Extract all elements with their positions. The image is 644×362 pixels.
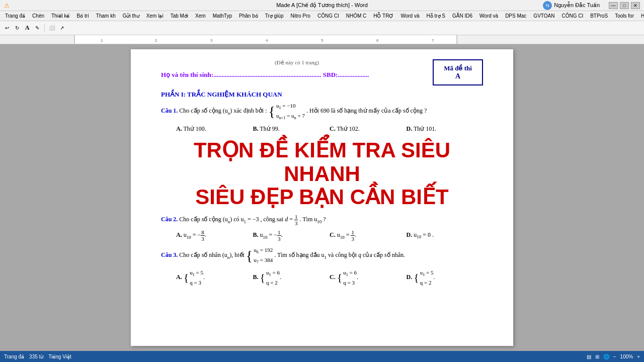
close-button[interactable]: ✕ xyxy=(631,2,640,9)
tab-trangdau[interactable]: Trang đầ xyxy=(2,12,28,20)
view-layout-icon[interactable]: ⊞ xyxy=(595,354,599,359)
undo-icon[interactable]: ↩ xyxy=(3,24,11,32)
tab-toolsfor[interactable]: Tools for xyxy=(612,12,637,20)
cau3b-system: { u1 = 6 q = 2 xyxy=(260,268,280,287)
cau2-opt-c: C. u10 = 13. xyxy=(330,229,407,242)
svg-text:6: 6 xyxy=(376,38,379,43)
page-note: (Đề này có 1 trang) xyxy=(161,59,433,66)
tab-botri[interactable]: Bố trí xyxy=(73,12,92,20)
ruler: 1 2 3 4 5 6 7 xyxy=(0,35,644,44)
svg-text:4: 4 xyxy=(266,38,268,43)
status-page: Trang đầ xyxy=(4,354,24,359)
tab-thamkh[interactable]: Tham kh xyxy=(93,12,119,20)
tab-wordva1[interactable]: Word và xyxy=(397,12,422,20)
brace3b-left: { xyxy=(260,272,266,283)
tab-dpsmac[interactable]: DPS Mac xyxy=(502,12,529,20)
tab-chen[interactable]: Chèn xyxy=(29,12,47,20)
tab-nitropro[interactable]: Nitro Pro xyxy=(287,12,313,20)
tab-phanbo[interactable]: Phân bố xyxy=(236,12,261,20)
arrow-icon[interactable]: ↗ xyxy=(58,24,66,32)
font-icon[interactable]: A xyxy=(23,24,31,32)
tab-mathtyp[interactable]: MathTyp xyxy=(210,12,235,20)
tab-ganid6[interactable]: GÃN ID6 xyxy=(449,12,475,20)
warn-icon: ⚠ xyxy=(4,2,10,9)
tab-btpros[interactable]: BTProS xyxy=(587,12,611,20)
tab-nhomc[interactable]: NHÓM C xyxy=(343,12,370,20)
document-page: (Đề này có 1 trang) Họ và tên thí sinh:.… xyxy=(131,49,513,346)
view-web-icon[interactable]: 🌐 xyxy=(603,354,609,359)
cau3-options: A. { u1 = 5 q = 3 . B. { u1 = 6 q = 2 xyxy=(161,268,483,287)
tab-guithu[interactable]: Gửi thư xyxy=(120,12,142,20)
title-text: Made A [Chế độ Tương thích] - Word xyxy=(276,2,368,9)
toolbar: ↩ ↻ A ✎ ⬜ ↗ xyxy=(0,21,644,35)
tab-wordva2[interactable]: Word và xyxy=(476,12,501,20)
brace3c-content: u1 = 6 q = 3 xyxy=(343,268,357,287)
cau2-opt-d: D. u10 = 0 . xyxy=(407,230,484,241)
zoom-level: 100% xyxy=(620,354,633,359)
cau1-opt-d: D. Thứ 101. xyxy=(407,124,484,134)
svg-text:3: 3 xyxy=(210,38,213,43)
frac-num: 1 xyxy=(294,214,298,220)
tab-hotro1[interactable]: HỖ TRỢ xyxy=(370,12,396,20)
svg-text:5: 5 xyxy=(321,38,324,43)
tab-gvtoan[interactable]: GVTOAN xyxy=(530,12,557,20)
cau3-opt-d: D. { u1 = 5 q = 2 . xyxy=(407,268,484,287)
cau1-opt-a: A. Thứ 100. xyxy=(176,124,253,134)
cau3-label: Câu 3. xyxy=(161,252,178,259)
cau2-opt-a: A. u10 = −83. xyxy=(176,229,253,242)
zoom-out-icon[interactable]: − xyxy=(613,354,616,359)
tab-thietke[interactable]: Thiết kế xyxy=(48,12,72,20)
ma-de-box: Mã đề thi A xyxy=(433,59,483,85)
document-area: (Đề này có 1 trang) Họ và tên thí sinh:.… xyxy=(0,44,644,351)
tab-xemlai[interactable]: Xem lại xyxy=(143,12,167,20)
brace3b-content: u1 = 6 q = 2 xyxy=(266,268,280,287)
cau2-options: A. u10 = −83. B. u10 = −13. C. u10 = 13.… xyxy=(161,229,483,242)
watermark: TRỌN ĐỀ KIỂM TRA SIÊU NHANH SIÊU ĐẸP BẠN… xyxy=(161,139,483,209)
frac-c: 13 xyxy=(351,229,355,242)
cau3-opt-c: C. { u1 = 6 q = 3 . xyxy=(330,268,407,287)
cau1-sys2: un+1 = un + 7 xyxy=(276,112,305,122)
cau3-sys1: u6 = 192 xyxy=(254,246,273,256)
brace3-left: { xyxy=(246,249,253,263)
cau3c-system: { u1 = 6 q = 3 xyxy=(337,268,357,287)
cau3-sys2: u7 = 384 xyxy=(254,256,273,266)
header-left: (Đề này có 1 trang) Họ và tên thí sinh:.… xyxy=(161,59,433,79)
cau3-question: Câu 3. Cho cấp số nhân (un), biết { u6 =… xyxy=(161,246,483,265)
color-icon[interactable]: ⬜ xyxy=(48,24,56,32)
ruler-svg: 1 2 3 4 5 6 7 xyxy=(0,35,644,44)
cau3-system: { u6 = 192 u7 = 384 xyxy=(246,246,273,265)
tab-trogiup[interactable]: Trợ giúp xyxy=(262,12,287,20)
tab-xem[interactable]: Xem xyxy=(192,12,209,20)
brace3a-left: { xyxy=(184,272,189,283)
frac-den: 3 xyxy=(294,220,298,226)
zoom-in-icon[interactable]: + xyxy=(637,354,640,359)
maximize-button[interactable]: □ xyxy=(620,2,629,9)
title-left: ⚠ xyxy=(4,2,10,9)
cau2-question: Câu 2. Cho cấp số cộng (un) có u1 = −3 ,… xyxy=(161,214,483,226)
cau3-opt-b: B. { u1 = 6 q = 2 . xyxy=(253,268,330,287)
cau1-label: Câu 1. xyxy=(161,107,178,114)
tab-hotros[interactable]: Hỗ trợ S xyxy=(423,12,448,20)
cau1-opt-b: B. Thứ 99. xyxy=(253,124,330,134)
tab-congci2[interactable]: CÔNG CI xyxy=(558,12,586,20)
cau2-label: Câu 2. xyxy=(161,216,178,223)
tab-tabmoi[interactable]: Tab Mới xyxy=(168,12,191,20)
svg-text:7: 7 xyxy=(432,38,434,43)
tab-hotrop[interactable]: Hỗ trợ P xyxy=(638,12,644,20)
window-controls[interactable]: — □ ✕ xyxy=(609,2,640,9)
ma-de-title: Mã đề thi xyxy=(442,64,474,72)
view-normal-icon[interactable]: ▤ xyxy=(587,354,591,359)
cau1-sys1: u1 = −10 xyxy=(276,102,305,112)
status-bar: Trang đầ 335 từ Tiếng Việt ▤ ⊞ 🌐 − 100% … xyxy=(0,351,644,362)
tab-congci1[interactable]: CÔNG CI xyxy=(314,12,342,20)
brace3d-content: u1 = 5 q = 2 xyxy=(420,268,434,287)
user-name: Nguyễn Đắc Tuấn xyxy=(554,2,600,9)
watermark-line1: TRỌN ĐỀ KIỂM TRA SIÊU NHANH xyxy=(161,139,483,185)
edit-icon[interactable]: ✎ xyxy=(33,24,41,32)
user-info[interactable]: N Nguyễn Đắc Tuấn xyxy=(543,1,600,10)
section1-title: PHẦN I: TRẮC NGHIỆM KHÁCH QUAN xyxy=(161,90,483,99)
redo-icon[interactable]: ↻ xyxy=(13,24,21,32)
minimize-button[interactable]: — xyxy=(609,2,618,9)
cau2-opt-b: B. u10 = −13. xyxy=(253,229,330,242)
status-words: 335 từ xyxy=(29,354,43,359)
